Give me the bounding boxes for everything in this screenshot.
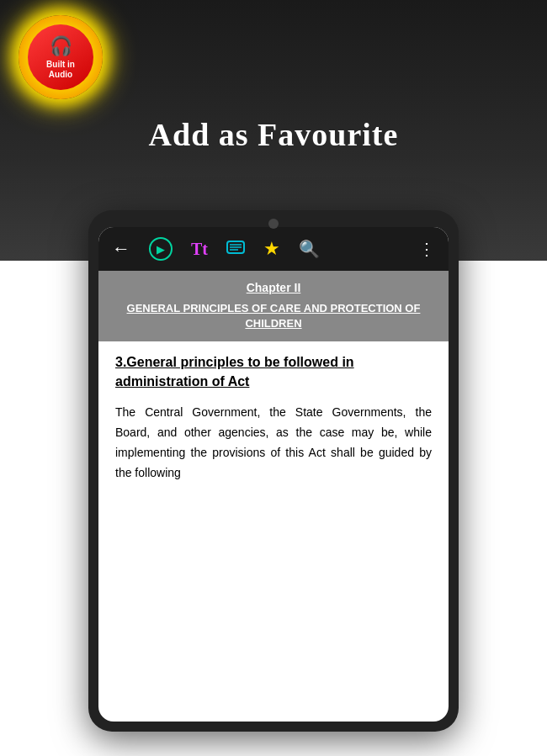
- toolbar: ← ▶ Tt ★ 🔍 ⋮: [98, 227, 449, 271]
- page-title: Add as Favourite: [149, 116, 399, 153]
- chapter-header: Chapter II GENERAL PRINCIPLES OF CARE AN…: [98, 271, 449, 341]
- text-size-button[interactable]: Tt: [191, 240, 208, 259]
- tablet-device: ← ▶ Tt ★ 🔍 ⋮: [88, 210, 459, 732]
- content-area: Chapter II GENERAL PRINCIPLES OF CARE AN…: [98, 271, 449, 722]
- badge-text: Built in Audio: [46, 60, 75, 80]
- search-button[interactable]: 🔍: [299, 239, 320, 259]
- headphone-icon: 🎧: [50, 34, 72, 59]
- main-content: 3.General principles to be followed in a…: [98, 341, 449, 494]
- audio-badge: 🎧 Built in Audio: [19, 15, 103, 99]
- section-body: The Central Government, the State Govern…: [115, 403, 432, 483]
- back-button[interactable]: ←: [112, 238, 130, 260]
- chapter-title: Chapter II: [115, 281, 432, 294]
- tablet-screen: ← ▶ Tt ★ 🔍 ⋮: [98, 227, 449, 722]
- section-heading: 3.General principles to be followed in a…: [115, 353, 432, 391]
- chapter-subtitle: GENERAL PRINCIPLES OF CARE AND PROTECTIO…: [115, 301, 432, 331]
- more-options-button[interactable]: ⋮: [418, 239, 435, 259]
- play-button[interactable]: ▶: [149, 237, 173, 261]
- bottom-section: ← ▶ Tt ★ 🔍 ⋮: [0, 261, 547, 756]
- comment-button[interactable]: [226, 241, 245, 257]
- tablet-camera: [268, 219, 279, 229]
- favourite-star-button[interactable]: ★: [263, 238, 280, 260]
